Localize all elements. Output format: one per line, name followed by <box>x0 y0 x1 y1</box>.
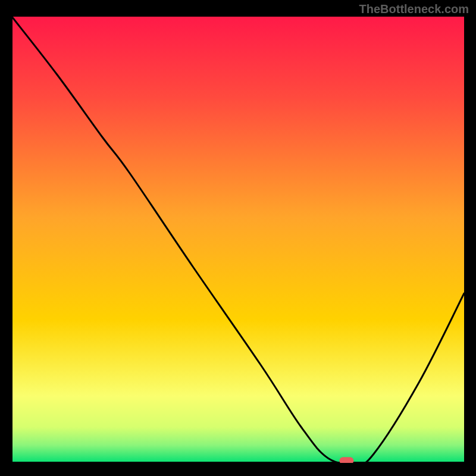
plot-background <box>12 17 464 463</box>
watermark-text: TheBottleneck.com <box>359 2 469 16</box>
optimal-marker <box>339 457 353 463</box>
plot-svg <box>12 17 464 463</box>
chart-frame: TheBottleneck.com <box>0 0 476 476</box>
bottleneck-plot <box>12 17 464 463</box>
